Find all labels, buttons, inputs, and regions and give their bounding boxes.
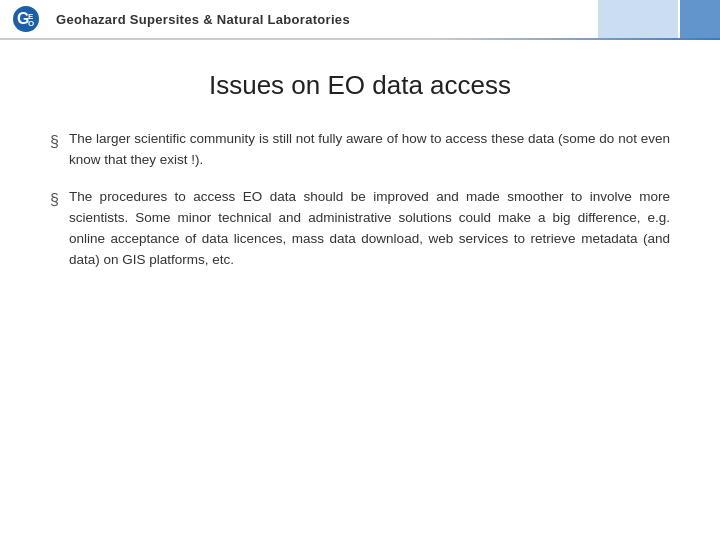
list-item: § The procedures to access EO data shoul… bbox=[50, 187, 670, 271]
bullet-marker-2: § bbox=[50, 188, 59, 212]
header-title: Geohazard Supersites & Natural Laborator… bbox=[56, 12, 350, 27]
geo-logo-icon: G E O bbox=[12, 5, 48, 33]
bullet-text-2: The procedures to access EO data should … bbox=[69, 187, 670, 271]
header: G E O Geohazard Supersites & Natural Lab… bbox=[0, 0, 720, 38]
bullet-marker-1: § bbox=[50, 130, 59, 154]
logo-area: G E O Geohazard Supersites & Natural Lab… bbox=[12, 5, 350, 33]
page-title: Issues on EO data access bbox=[50, 70, 670, 101]
main-content: Issues on EO data access § The larger sc… bbox=[0, 40, 720, 317]
accent-bar-light bbox=[598, 0, 678, 38]
bullet-list: § The larger scientific community is sti… bbox=[50, 129, 670, 271]
bullet-text-1: The larger scientific community is still… bbox=[69, 129, 670, 171]
header-accent-bars bbox=[598, 0, 720, 38]
list-item: § The larger scientific community is sti… bbox=[50, 129, 670, 171]
accent-bar-dark bbox=[680, 0, 720, 38]
svg-text:O: O bbox=[28, 19, 34, 28]
